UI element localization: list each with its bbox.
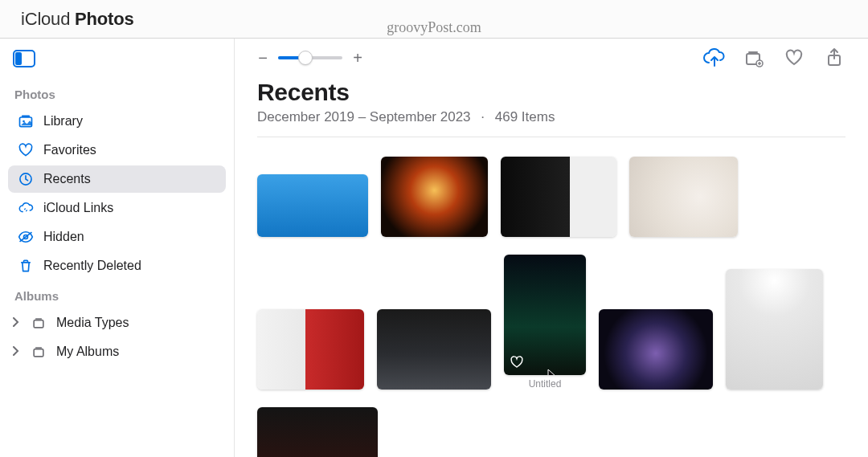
svg-rect-13 [748,51,758,53]
share-button[interactable] [818,45,850,71]
sidebar-item-label: Library [43,114,83,129]
cloud-link-icon [18,200,34,216]
sidebar-item-label: iCloud Links [43,201,113,215]
sidebar: Photos Library Favorites Recents [0,39,235,457]
titlebar: iCloud Photos groovyPost.com [0,0,868,39]
separator-dot: · [481,109,485,124]
sidebar-item-icloud-links[interactable]: iCloud Links [8,194,226,222]
sidebar-item-hidden[interactable]: Hidden [8,223,226,251]
chevron-right-icon [11,345,19,359]
heart-overlay-icon[interactable] [509,354,525,370]
toggle-sidebar-button[interactable] [13,50,35,67]
thumb-caption: Untitled [529,378,562,390]
svg-rect-3 [22,116,30,118]
cursor-icon [547,369,559,375]
toolbar: − + [235,39,868,77]
photo-thumb[interactable] [257,309,364,390]
item-count: 469 Items [495,109,555,124]
main: − + [235,39,868,457]
photo-thumb[interactable] [501,157,616,237]
eye-off-icon [18,229,34,245]
zoom-in-button[interactable]: + [352,49,363,67]
add-to-album-button[interactable] [738,45,770,71]
photo-thumb[interactable] [257,407,378,457]
sidebar-item-label: My Albums [56,345,119,359]
library-icon [18,113,34,129]
heart-icon [18,142,34,158]
content: Recents December 2019 – September 2023 ·… [235,77,868,457]
page-title: Recents [257,79,845,106]
sidebar-item-recents[interactable]: Recents [8,165,226,193]
sidebar-item-media-types[interactable]: Media Types [8,309,226,337]
sidebar-section-photos: Photos [8,80,226,106]
date-range: December 2019 – September 2023 [257,109,471,124]
sidebar-item-recently-deleted[interactable]: Recently Deleted [8,252,226,280]
photo-thumb[interactable] [377,309,491,390]
svg-rect-9 [35,318,42,320]
divider [257,137,845,137]
stack-icon [31,315,47,331]
trash-icon [18,258,34,274]
sidebar-item-label: Recents [43,172,91,186]
svg-rect-10 [34,349,43,357]
app-title-suffix: Photos [75,9,133,29]
page-subtitle: December 2019 – September 2023 · 469 Ite… [257,109,845,125]
zoom-slider-knob[interactable] [298,51,313,65]
sidebar-item-label: Media Types [56,316,129,330]
svg-rect-1 [15,52,22,65]
photo-thumb-hovered[interactable] [504,255,586,375]
sidebar-item-label: Favorites [43,143,96,157]
sidebar-item-library[interactable]: Library [8,108,226,135]
zoom-out-button[interactable]: − [257,49,268,67]
photo-thumb[interactable] [599,309,713,390]
photo-thumb[interactable] [381,157,488,237]
photo-thumb[interactable] [257,174,368,237]
app-title: iCloud Photos [21,9,133,30]
photo-thumb[interactable] [629,157,738,237]
watermark-text: groovyPost.com [387,19,481,36]
photo-grid: Untitled [257,157,845,457]
zoom-control: − + [257,49,363,67]
app-title-prefix: iCloud [21,9,70,29]
photo-thumb[interactable] [726,269,823,390]
sidebar-item-my-albums[interactable]: My Albums [8,338,226,365]
sidebar-item-label: Hidden [43,230,84,244]
svg-rect-11 [35,347,42,349]
sidebar-item-favorites[interactable]: Favorites [8,137,226,164]
stack-icon [31,344,47,360]
zoom-slider[interactable] [278,56,342,59]
upload-button[interactable] [698,45,730,71]
chevron-right-icon [11,316,19,330]
sidebar-section-albums: Albums [8,281,226,308]
clock-icon [18,171,34,187]
svg-rect-8 [34,320,43,328]
favorite-button[interactable] [778,45,810,71]
sidebar-item-label: Recently Deleted [43,259,141,273]
